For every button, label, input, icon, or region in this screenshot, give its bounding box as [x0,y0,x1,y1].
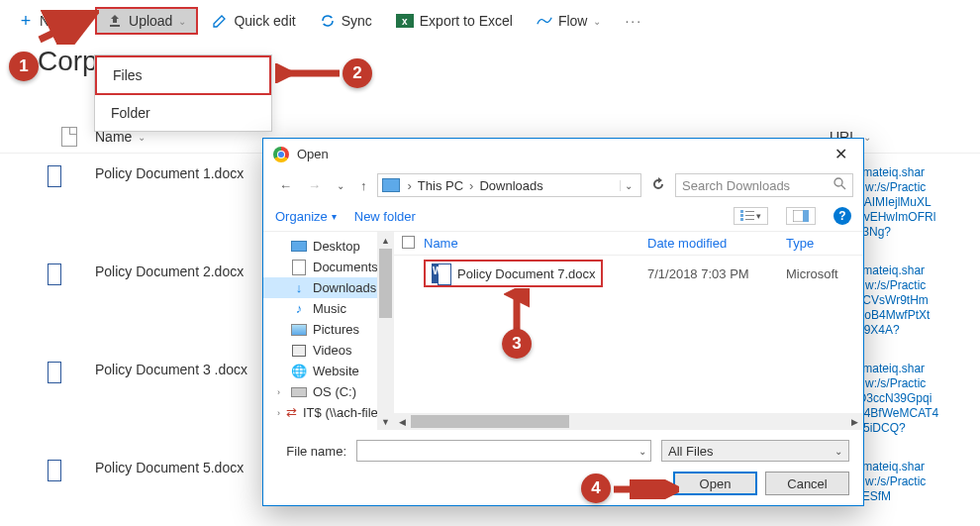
search-input[interactable]: Search Downloads [675,173,853,197]
upload-icon [107,13,123,29]
drive-icon [291,385,307,399]
scroll-left-icon[interactable]: ◀ [394,413,411,430]
annotation-badge-2: 2 [343,58,372,88]
file-type-icon [61,127,77,147]
upload-menu-files[interactable]: Files [95,55,271,95]
dialog-footer: File name: ⌄ All Files ⌄ Open Cancel [263,430,863,505]
chevron-down-icon[interactable]: ⌄ [638,446,646,457]
svg-rect-6 [745,215,754,216]
cancel-button[interactable]: Cancel [765,472,849,495]
refresh-button[interactable] [645,177,671,194]
back-button[interactable]: ← [273,176,298,195]
annotation-badge-1: 1 [9,52,39,81]
svg-rect-3 [740,214,743,217]
sync-icon [320,13,336,29]
chevron-down-icon: ⌄ [593,16,601,27]
chevron-down-icon[interactable]: ⌄ [620,180,637,191]
new-folder-button[interactable]: New folder [354,209,416,224]
scroll-thumb[interactable] [411,415,569,428]
upload-label: Upload [129,13,172,29]
tree-item[interactable]: ↓Downloads [263,277,393,298]
select-all-checkbox[interactable] [402,236,415,249]
quick-edit-button[interactable]: Quick edit [202,7,305,35]
dialog-titlebar: Open ✕ [263,139,863,169]
forward-button[interactable]: → [302,176,327,195]
tree-item[interactable]: Pictures [263,319,393,340]
help-button[interactable]: ? [833,207,851,225]
annotation-arrow-3 [504,288,530,334]
flow-button[interactable]: Flow ⌄ [527,7,612,35]
tree-item[interactable]: Desktop [263,236,393,257]
export-excel-button[interactable]: x Export to Excel [386,7,523,35]
svg-rect-9 [803,210,809,222]
scroll-down-icon[interactable]: ▼ [377,413,394,430]
chevron-down-icon: ⌄ [834,446,842,457]
export-label: Export to Excel [420,13,513,29]
pencil-icon [212,13,228,29]
up-button[interactable]: ↑ [354,176,373,195]
svg-rect-4 [740,218,743,221]
tree-item[interactable]: ›⇄IT$ (\\ach-file1) [263,402,393,423]
breadcrumb[interactable]: This PC Downloads ⌄ [377,173,642,197]
annotation-badge-3: 3 [502,329,532,359]
dialog-title: Open [297,147,329,161]
this-pc-icon [382,178,400,192]
tree-item[interactable]: Documents [263,257,393,277]
filename-input[interactable]: ⌄ [356,440,651,462]
scroll-up-icon[interactable]: ▲ [377,232,394,249]
net-icon: ⇄ [286,406,297,420]
pictures-icon [291,323,307,337]
file-h-scrollbar[interactable]: ◀ ▶ [394,413,863,430]
annotation-badge-4: 4 [581,473,611,503]
col-type[interactable]: Type [786,236,855,251]
upload-menu-folder[interactable]: Folder [95,95,271,131]
col-name[interactable]: Name [424,236,647,251]
command-bar: + New ⌄ Upload ⌄ Quick edit Sync x Expor… [0,0,980,42]
chevron-down-icon: ⌄ [863,132,871,143]
music-icon: ♪ [291,302,307,316]
file-entry-highlighted: Policy Document 7.docx [424,260,603,287]
annotation-arrow-4 [610,479,679,499]
dialog-nav: ← → ⌄ ↑ This PC Downloads ⌄ Search Downl… [263,169,863,201]
tree-item[interactable]: ›OS (C:) [263,381,393,402]
file-type-filter[interactable]: All Files ⌄ [661,440,849,462]
file-open-dialog: Open ✕ ← → ⌄ ↑ This PC Downloads ⌄ Searc… [262,138,864,506]
view-mode-button[interactable]: ▾ [734,207,768,225]
caret-icon: › [277,408,280,418]
recent-dropdown[interactable]: ⌄ [331,178,350,193]
organize-button[interactable]: Organize ▾ [275,209,337,224]
excel-icon: x [396,14,414,28]
svg-point-0 [834,178,842,186]
scroll-right-icon[interactable]: ▶ [846,413,863,430]
website-icon: 🌐 [291,365,307,378]
list-view-icon [740,210,754,222]
download-icon: ↓ [291,281,307,295]
svg-rect-2 [740,210,743,213]
tree-scrollbar[interactable]: ▲ ▼ [377,232,394,430]
tree-item[interactable]: 🌐Website [263,361,393,381]
upload-button[interactable]: Upload ⌄ [95,7,198,35]
chevron-down-icon: ⌄ [138,132,146,143]
sync-label: Sync [342,13,372,29]
file-name: Policy Document 5.docx [95,460,253,475]
sync-button[interactable]: Sync [310,7,382,35]
svg-rect-7 [745,219,754,220]
quick-edit-label: Quick edit [234,13,295,29]
file-name: Policy Document 2.docx [95,263,253,279]
open-button[interactable]: Open [673,472,757,495]
flow-icon [537,13,552,29]
desktop-icon [291,240,307,254]
annotation-arrow-2 [275,63,344,83]
file-row[interactable]: Policy Document 7.docx 7/1/2018 7:03 PM … [394,256,863,291]
scroll-thumb[interactable] [379,249,392,318]
more-button[interactable]: ··· [615,7,652,35]
svg-rect-5 [745,211,754,212]
tree-item[interactable]: Videos [263,340,393,361]
col-date[interactable]: Date modified [647,236,786,251]
preview-pane-button[interactable] [786,207,816,225]
tree-item[interactable]: ♪Music [263,298,393,319]
dialog-toolbar: Organize ▾ New folder ▾ ? [263,201,863,232]
file-name: Policy Document 3 .docx [95,362,253,377]
close-icon[interactable]: ✕ [829,145,853,163]
videos-icon [291,344,307,358]
